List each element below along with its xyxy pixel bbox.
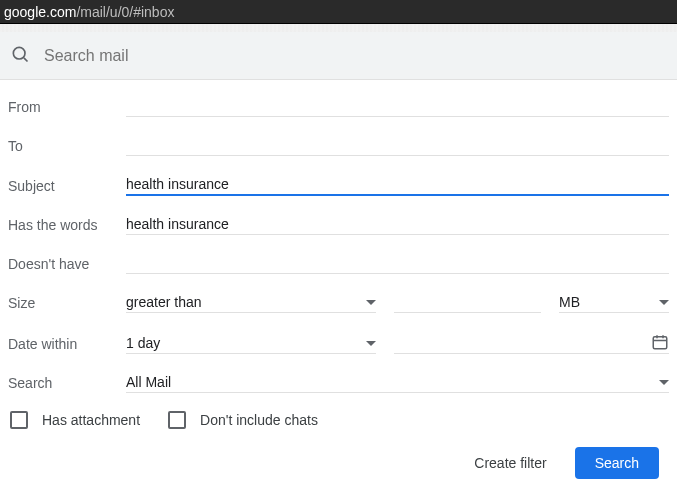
url-domain: google.com [4, 4, 76, 20]
has-words-label: Has the words [8, 217, 126, 235]
date-within-value: 1 day [126, 335, 160, 351]
create-filter-button[interactable]: Create filter [464, 447, 556, 479]
no-chats-checkbox[interactable] [168, 411, 186, 429]
has-words-input[interactable] [126, 214, 669, 235]
has-attachment-label: Has attachment [42, 412, 140, 428]
search-bar[interactable] [0, 32, 677, 80]
doesnt-have-label: Doesn't have [8, 256, 126, 274]
date-picker[interactable] [394, 331, 669, 354]
size-operator-select[interactable]: greater than [126, 292, 376, 313]
chevron-down-icon [659, 300, 669, 305]
from-input[interactable] [126, 96, 669, 117]
size-unit-value: MB [559, 294, 580, 310]
search-scope-value: All Mail [126, 374, 171, 390]
search-scope-label: Search [8, 375, 126, 393]
to-label: To [8, 138, 126, 156]
to-input[interactable] [126, 135, 669, 156]
calendar-icon [651, 333, 669, 351]
has-attachment-checkbox[interactable] [10, 411, 28, 429]
size-operator-value: greater than [126, 294, 202, 310]
size-unit-select[interactable]: MB [559, 292, 669, 313]
size-value-input[interactable] [394, 292, 541, 313]
search-scope-select[interactable]: All Mail [126, 372, 669, 393]
chevron-down-icon [659, 380, 669, 385]
toolbar-stripe [0, 24, 677, 32]
svg-line-1 [24, 58, 28, 62]
address-bar[interactable]: google.com/mail/u/0/#inbox [0, 0, 677, 24]
chevron-down-icon [366, 300, 376, 305]
date-within-label: Date within [8, 336, 126, 354]
search-input[interactable] [42, 46, 667, 66]
search-icon [10, 44, 30, 67]
subject-label: Subject [8, 178, 126, 196]
svg-rect-2 [653, 337, 667, 349]
chevron-down-icon [366, 341, 376, 346]
search-button[interactable]: Search [575, 447, 659, 479]
doesnt-have-input[interactable] [126, 253, 669, 274]
subject-input[interactable] [126, 174, 669, 196]
svg-point-0 [13, 47, 25, 59]
url-path: /mail/u/0/#inbox [76, 4, 174, 20]
date-within-select[interactable]: 1 day [126, 333, 376, 354]
no-chats-label: Don't include chats [200, 412, 318, 428]
from-label: From [8, 99, 126, 117]
size-label: Size [8, 295, 126, 313]
filter-form: From To Subject Has the words Doesn't ha… [0, 80, 677, 493]
